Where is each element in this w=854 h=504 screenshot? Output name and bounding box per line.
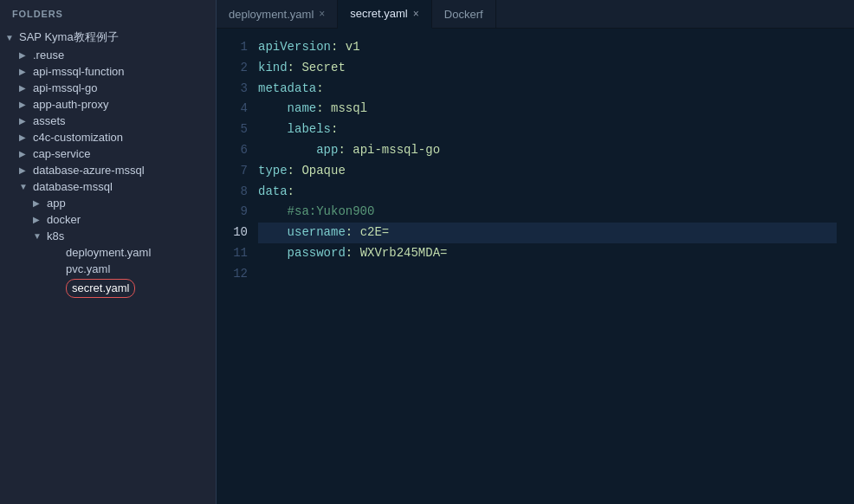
item-label: database-azure-mssql (33, 164, 145, 177)
item-label: api-mssql-go (33, 81, 97, 94)
line-number: 5 (217, 120, 248, 140)
item-label: app (47, 197, 66, 210)
code-line: type: Opaque (258, 161, 837, 182)
item-label: pvc.yaml (66, 262, 110, 275)
code-line: metadata: (258, 79, 837, 100)
sidebar-item-docker[interactable]: ▶ docker (0, 211, 216, 228)
line-number: 10 (217, 223, 248, 243)
sidebar-item-deployment-yaml[interactable]: deployment.yaml (0, 244, 216, 261)
sidebar-item-database-mssql[interactable]: ▼ database-mssql (0, 178, 216, 195)
sidebar-item-app[interactable]: ▶ app (0, 195, 216, 211)
folder-arrow-icon: ▶ (19, 116, 33, 126)
tab-label: deployment.yaml (229, 8, 314, 21)
editor-tabs: deployment.yaml × secret.yaml × Dockerf (217, 0, 854, 29)
line-number: 1 (217, 37, 248, 58)
sidebar-item-api-mssql-go[interactable]: ▶ api-mssql-go (0, 80, 216, 96)
line-numbers: 123456789101112 (217, 37, 258, 495)
code-line: password: WXVrb245MDA= (258, 243, 837, 264)
tab-close-icon[interactable]: × (413, 8, 419, 20)
line-number: 6 (217, 140, 248, 161)
line-number: 11 (217, 243, 248, 264)
folder-arrow-expanded-icon: ▼ (33, 231, 47, 241)
tab-deployment-yaml[interactable]: deployment.yaml × (217, 0, 338, 28)
item-label: api-mssql-function (33, 65, 125, 78)
tree-root[interactable]: ▼ SAP Kyma教程例子 (0, 28, 216, 47)
code-content[interactable]: apiVersion: v1kind: Secretmetadata: name… (258, 37, 854, 495)
sidebar-item-database-azure-mssql[interactable]: ▶ database-azure-mssql (0, 162, 216, 178)
item-label: k8s (47, 229, 64, 242)
tab-close-icon[interactable]: × (319, 8, 325, 20)
code-line: username: c2E= (258, 223, 837, 243)
folder-arrow-icon: ▶ (19, 100, 33, 109)
code-line: data: (258, 182, 837, 203)
line-number: 8 (217, 182, 248, 203)
code-line: labels: (258, 120, 837, 140)
root-arrow-icon: ▼ (5, 33, 19, 42)
code-line: kind: Secret (258, 58, 837, 79)
sidebar: FOLDERS ▼ SAP Kyma教程例子 ▶ .reuse ▶ api-ms… (0, 0, 217, 504)
code-line: name: mssql (258, 99, 837, 120)
active-file-label: secret.yaml (66, 279, 135, 298)
sidebar-item-c4c-customization[interactable]: ▶ c4c-customization (0, 129, 216, 145)
sidebar-item-reuse[interactable]: ▶ .reuse (0, 47, 216, 63)
code-line: apiVersion: v1 (258, 37, 837, 58)
sidebar-item-assets[interactable]: ▶ assets (0, 113, 216, 129)
tab-label: secret.yaml (350, 7, 407, 20)
code-editor: 123456789101112 apiVersion: v1kind: Secr… (217, 29, 854, 504)
item-label: deployment.yaml (66, 246, 151, 259)
line-number: 12 (217, 264, 248, 285)
file-tree: ▼ SAP Kyma教程例子 ▶ .reuse ▶ api-mssql-func… (0, 24, 216, 303)
item-label: cap-service (33, 147, 90, 160)
folders-header: FOLDERS (0, 0, 216, 24)
sidebar-item-api-mssql-function[interactable]: ▶ api-mssql-function (0, 63, 216, 80)
sidebar-item-app-auth-proxy[interactable]: ▶ app-auth-proxy (0, 96, 216, 113)
sidebar-item-pvc-yaml[interactable]: pvc.yaml (0, 261, 216, 277)
line-number: 9 (217, 202, 248, 223)
code-line: app: api-mssql-go (258, 140, 837, 161)
item-label: database-mssql (33, 180, 113, 193)
tab-secret-yaml[interactable]: secret.yaml × (338, 0, 431, 29)
line-number: 2 (217, 58, 248, 79)
line-number: 3 (217, 79, 248, 100)
folder-arrow-icon: ▶ (33, 198, 47, 208)
tab-label: Dockerf (444, 8, 483, 21)
editor-panel: deployment.yaml × secret.yaml × Dockerf … (217, 0, 854, 504)
item-label: assets (33, 114, 66, 127)
folder-arrow-icon: ▶ (19, 165, 33, 175)
folder-arrow-icon: ▶ (19, 83, 33, 93)
line-number: 4 (217, 99, 248, 120)
item-label: app-auth-proxy (33, 98, 108, 111)
folder-arrow-icon: ▶ (33, 215, 47, 224)
folder-arrow-icon: ▶ (19, 149, 33, 158)
tab-dockerfile[interactable]: Dockerf (432, 0, 496, 28)
folder-arrow-icon: ▶ (19, 67, 33, 76)
code-line: #sa:Yukon900 (258, 202, 837, 223)
sidebar-item-k8s[interactable]: ▼ k8s (0, 228, 216, 244)
sidebar-item-cap-service[interactable]: ▶ cap-service (0, 145, 216, 162)
folder-arrow-icon: ▶ (19, 50, 33, 60)
sidebar-item-secret-yaml[interactable]: secret.yaml (0, 277, 216, 300)
folder-arrow-icon: ▶ (19, 132, 33, 142)
root-label: SAP Kyma教程例子 (19, 29, 119, 45)
item-label: c4c-customization (33, 131, 123, 144)
line-number: 7 (217, 161, 248, 182)
item-label: .reuse (33, 48, 64, 61)
folder-arrow-expanded-icon: ▼ (19, 182, 33, 191)
item-label: docker (47, 213, 81, 226)
